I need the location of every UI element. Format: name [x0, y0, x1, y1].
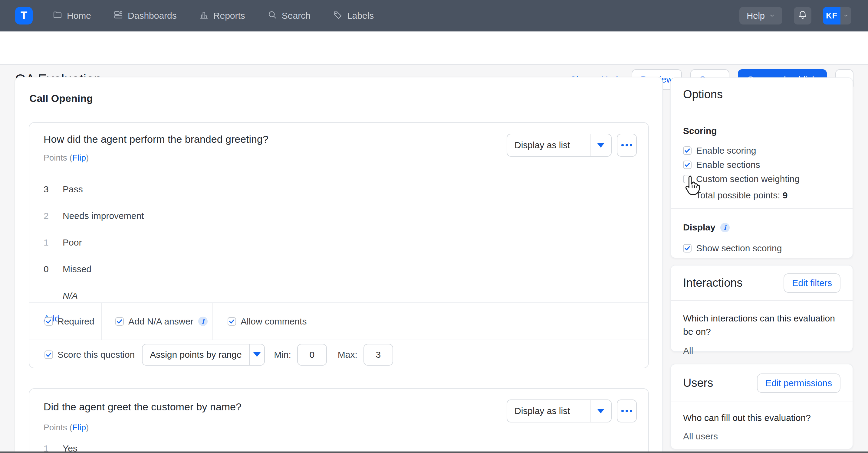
score-question-checkbox[interactable]: [44, 351, 53, 359]
interactions-panel-body: Which interactions can this evaluation b…: [671, 301, 852, 356]
max-label: Max:: [338, 350, 358, 360]
question-card-2: Did the agent greet the customer by name…: [29, 388, 649, 453]
enable-sections-row: Enable sections: [683, 158, 840, 172]
question-menu-button[interactable]: [617, 399, 637, 422]
answer-row[interactable]: 3 Pass: [43, 176, 144, 203]
nav-item-reports[interactable]: Reports: [199, 10, 245, 22]
evaluation-editor-card: Call Opening How did the agent perform t…: [14, 77, 663, 453]
answer-label[interactable]: Pass: [63, 184, 83, 194]
allow-comments-label: Allow comments: [241, 316, 307, 327]
users-panel: Users Edit permissions Who can fill out …: [670, 364, 853, 449]
options-title: Options: [683, 88, 723, 101]
folder-icon: [53, 10, 62, 22]
add-na-label: Add N/A answer: [128, 316, 193, 327]
nav-item-label: Reports: [213, 10, 245, 21]
help-button[interactable]: Help: [739, 7, 782, 25]
nav-item-home[interactable]: Home: [53, 10, 91, 22]
flip-link[interactable]: Flip: [72, 423, 86, 432]
users-panel-header: Users Edit permissions: [671, 364, 852, 402]
ellipsis-icon: [621, 144, 632, 147]
scoring-heading: Scoring: [683, 126, 840, 136]
question-title: Did the agent greet the customer by name…: [43, 401, 242, 413]
users-panel-body: Who can fill out this evaluation? All us…: [671, 402, 852, 442]
add-na-checkbox[interactable]: [115, 317, 124, 326]
page-header: QA Evaluation Close Undo Preview Save Sa…: [0, 31, 868, 65]
answer-row[interactable]: 1 Yes: [43, 435, 78, 453]
options-panel-header: Options: [671, 78, 852, 111]
flip-link[interactable]: Flip: [72, 153, 86, 162]
min-input[interactable]: 0: [297, 344, 327, 366]
search-icon: [268, 10, 277, 22]
caret-down-icon[interactable]: [249, 345, 264, 365]
display-heading: Display: [683, 222, 715, 232]
ellipsis-icon: [621, 410, 632, 412]
edit-filters-button[interactable]: Edit filters: [783, 273, 840, 293]
required-option: Required: [29, 303, 102, 339]
show-section-scoring-checkbox[interactable]: [683, 244, 691, 253]
enable-sections-checkbox[interactable]: [683, 161, 691, 169]
display-mode-value: Display as list: [507, 134, 590, 156]
users-question: Who can fill out this evaluation?: [683, 411, 840, 425]
display-group: Display i Show section scoring: [671, 209, 852, 255]
enable-scoring-label: Enable scoring: [696, 145, 756, 156]
interactions-panel-header: Interactions Edit filters: [671, 265, 852, 301]
display-mode-select[interactable]: Display as list: [507, 134, 612, 157]
answer-row[interactable]: 1 Poor: [43, 229, 144, 256]
enable-scoring-row: Enable scoring: [683, 143, 840, 158]
nav-item-dashboards[interactable]: Dashboards: [114, 10, 177, 22]
section-title: Call Opening: [29, 93, 93, 104]
answers-list: 3 Pass 2 Needs improvement 1 Poor 0 Miss…: [43, 176, 144, 309]
nav-item-label: Dashboards: [128, 10, 177, 21]
required-checkbox[interactable]: [44, 317, 53, 326]
user-menu[interactable]: KF: [823, 7, 851, 25]
nav-item-search[interactable]: Search: [268, 10, 311, 22]
custom-section-weighting-checkbox[interactable]: [683, 175, 691, 183]
help-label: Help: [747, 11, 765, 21]
score-question-label: Score this question: [58, 350, 135, 360]
interactions-title: Interactions: [683, 277, 742, 289]
question-menu-button[interactable]: [617, 134, 637, 157]
answer-label[interactable]: Poor: [63, 237, 82, 248]
dashboard-icon: [114, 10, 123, 22]
screen-bottom-edge: [0, 452, 868, 453]
answer-points[interactable]: 3: [43, 184, 63, 194]
enable-scoring-checkbox[interactable]: [683, 147, 691, 155]
max-input[interactable]: 3: [364, 344, 393, 366]
app-logo[interactable]: T: [15, 7, 33, 25]
info-icon[interactable]: i: [720, 223, 730, 232]
total-points-value: 9: [783, 190, 788, 200]
users-title: Users: [683, 377, 713, 389]
caret-down-icon[interactable]: [590, 134, 611, 156]
question-card-1: How did the agent perform the branded gr…: [29, 122, 649, 368]
bell-icon: [798, 10, 808, 22]
users-answer: All users: [683, 431, 840, 442]
notifications-button[interactable]: [794, 7, 811, 25]
answer-label[interactable]: Missed: [63, 264, 91, 274]
bar-chart-icon: [199, 10, 209, 22]
chevron-down-icon: [769, 11, 775, 21]
nav-items: Home Dashboards Reports Search Labels: [53, 0, 374, 31]
top-nav: T Home Dashboards Reports Search Labels …: [0, 0, 868, 31]
answer-row[interactable]: 2 Needs improvement: [43, 203, 144, 229]
info-icon[interactable]: i: [198, 317, 208, 326]
answer-label[interactable]: Needs improvement: [63, 211, 144, 221]
answer-points[interactable]: 1: [43, 237, 63, 248]
score-method-select[interactable]: Assign points by range: [142, 344, 265, 366]
options-panel: Options Scoring Enable scoring Enable se…: [670, 77, 853, 258]
total-points: Total possible points: 9: [696, 190, 840, 200]
allow-comments-checkbox[interactable]: [227, 317, 236, 326]
custom-section-weighting-row: Custom section weighting: [683, 172, 840, 186]
display-mode-select[interactable]: Display as list: [507, 399, 612, 422]
answer-row[interactable]: 0 Missed: [43, 256, 144, 283]
edit-permissions-button[interactable]: Edit permissions: [757, 374, 840, 393]
nav-item-label: Search: [282, 10, 311, 21]
min-label: Min:: [274, 350, 291, 360]
answer-points[interactable]: 2: [43, 211, 63, 221]
nav-item-labels[interactable]: Labels: [333, 10, 374, 22]
answer-points[interactable]: 0: [43, 264, 63, 274]
caret-down-icon[interactable]: [590, 400, 611, 422]
answer-label[interactable]: N/A: [63, 291, 78, 301]
points-header: Points (Flip): [43, 153, 89, 163]
enable-sections-label: Enable sections: [696, 160, 760, 170]
avatar: KF: [823, 7, 840, 25]
